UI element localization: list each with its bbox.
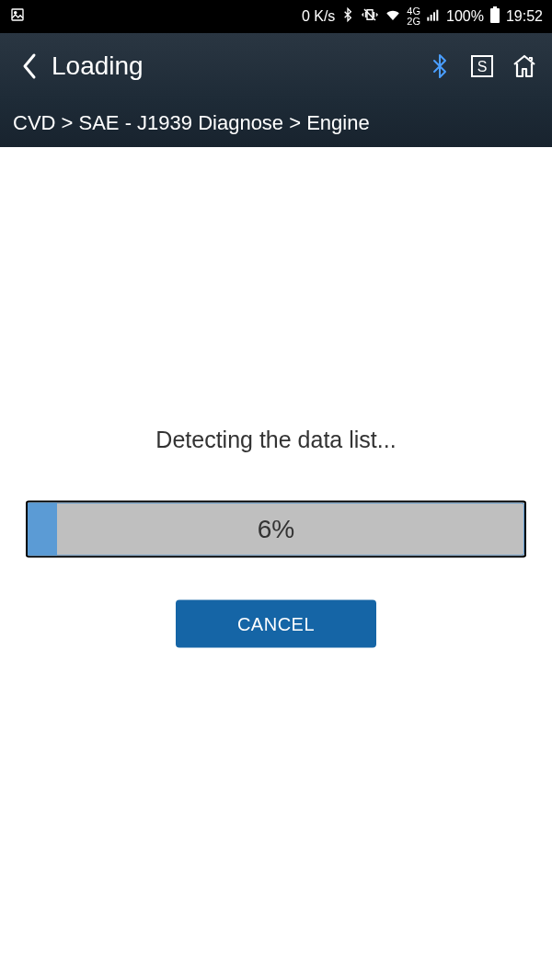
- svg-rect-5: [436, 10, 438, 21]
- android-status-bar: 0 K/s 4G 2G: [0, 0, 552, 33]
- svg-rect-4: [433, 12, 435, 20]
- app-header: Loading S: [0, 33, 552, 99]
- vibrate-icon: [361, 6, 379, 27]
- svg-rect-0: [12, 9, 23, 20]
- signal-icon: [426, 7, 441, 26]
- svg-rect-6: [493, 6, 497, 8]
- svg-text:S: S: [477, 59, 488, 74]
- progress-fill: [28, 503, 57, 556]
- battery-pct-text: 100%: [446, 8, 484, 25]
- svg-rect-7: [490, 8, 500, 23]
- main-content: Detecting the data list... 6% CANCEL: [0, 147, 552, 980]
- svg-point-1: [15, 12, 17, 14]
- battery-icon: [489, 6, 500, 27]
- home-icon[interactable]: [508, 50, 541, 83]
- network-type-text: 4G 2G: [407, 6, 420, 27]
- bluetooth-icon: [340, 6, 355, 27]
- loading-message: Detecting the data list...: [155, 427, 396, 453]
- clock-text: 19:52: [506, 8, 543, 25]
- bluetooth-action-icon[interactable]: [423, 50, 456, 83]
- back-button[interactable]: [17, 53, 42, 79]
- breadcrumb: CVD > SAE - J1939 Diagnose > Engine: [0, 99, 552, 147]
- progress-text: 6%: [258, 515, 294, 544]
- data-rate-text: 0 K/s: [302, 8, 335, 25]
- svg-rect-2: [427, 17, 429, 21]
- wifi-icon: [385, 6, 401, 27]
- image-indicator-icon: [9, 6, 26, 27]
- cancel-button[interactable]: CANCEL: [176, 600, 376, 648]
- progress-bar: 6%: [26, 501, 526, 558]
- svg-rect-3: [431, 15, 432, 21]
- page-title: Loading: [52, 51, 414, 81]
- s-box-icon[interactable]: S: [466, 50, 499, 83]
